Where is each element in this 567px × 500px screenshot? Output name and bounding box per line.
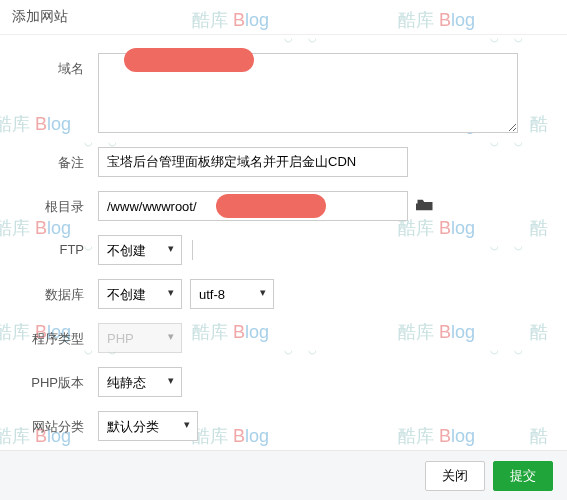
program-select: PHP [98,323,182,353]
label-category: 网站分类 [30,411,98,436]
label-note: 备注 [30,147,98,172]
db-charset-select[interactable]: utf-8 [190,279,274,309]
submit-button[interactable]: 提交 [493,461,553,491]
label-root: 根目录 [30,191,98,216]
label-php: PHP版本 [30,367,98,392]
redacted-domain [124,48,254,72]
dialog-title: 添加网站 [0,0,567,35]
db-select[interactable]: 不创建 [98,279,182,309]
note-input[interactable] [98,147,408,177]
label-db: 数据库 [30,279,98,304]
label-ftp: FTP [30,235,98,257]
close-button[interactable]: 关闭 [425,461,485,491]
label-program: 程序类型 [30,323,98,348]
label-domain: 域名 [30,53,98,78]
ftp-select[interactable]: 不创建 [98,235,182,265]
divider [192,240,193,260]
redacted-root [216,194,326,218]
php-select[interactable]: 纯静态 [98,367,182,397]
folder-icon[interactable] [416,197,434,216]
category-select[interactable]: 默认分类 [98,411,198,441]
